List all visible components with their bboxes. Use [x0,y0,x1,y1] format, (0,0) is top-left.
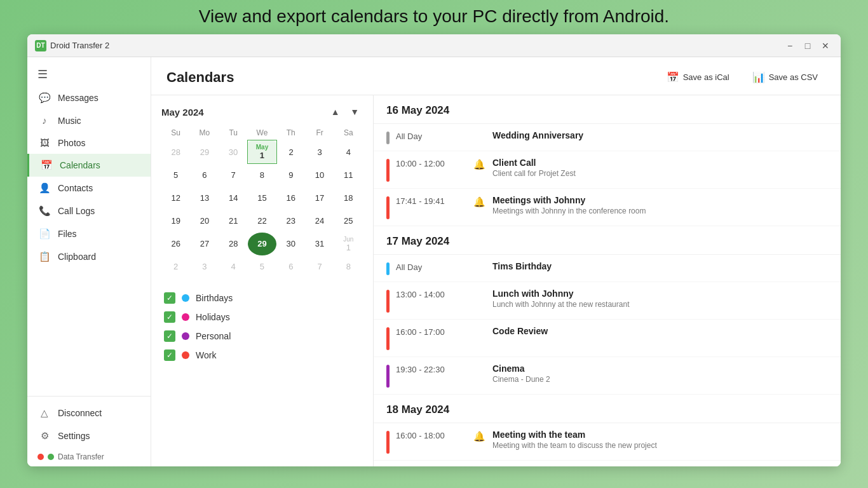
event-title: Meeting with the team [492,430,828,440]
calendar-day-cell[interactable]: 19 [161,210,190,233]
calendar-day-cell[interactable]: 28 [219,233,248,255]
calendar-day-cell[interactable]: 5 [248,255,276,278]
legend-checkbox-birthdays[interactable]: ✓ [164,292,175,304]
calendar-day-cell[interactable]: 7 [305,255,334,278]
calendar-day-cell[interactable]: 2 [161,255,190,278]
calendar-prev-button[interactable]: ▲ [327,105,344,118]
calendar-day-cell[interactable]: 8 [248,164,276,187]
save-csv-button[interactable]: 📊 Save as CSV [745,67,825,87]
event-time: 13:00 - 14:00 [396,288,466,299]
sidebar-item-settings[interactable]: ⚙ Settings [27,424,151,447]
sidebar-item-call-logs[interactable]: 📞 Call Logs [27,200,151,222]
sidebar-icon-messages: 💬 [37,92,51,104]
data-transfer-label: Data Transfer [58,452,104,461]
calendar-day-cell[interactable]: 29 [190,140,219,164]
close-button[interactable]: ✕ [818,38,833,53]
calendar-next-button[interactable]: ▼ [346,105,363,118]
app-logo: DT [35,40,46,51]
calendar-day-cell[interactable]: 26 [161,233,190,255]
calendar-day-cell[interactable]: 23 [276,210,305,233]
calendar-day-cell[interactable]: 10 [305,164,334,187]
calendar-day-cell[interactable]: 30 [276,233,305,255]
calendar-day-cell[interactable]: 30 [219,140,248,164]
sidebar-icon-photos: 🖼 [37,137,51,148]
menu-icon[interactable]: ☰ [27,62,151,86]
event-item: 17:41 - 19:41🔔Meetings with JohnnyMeetin… [374,189,841,226]
event-time: 19:30 - 22:30 [396,363,466,374]
calendar-day-cell[interactable]: 21 [219,210,248,233]
minimize-button[interactable]: − [782,38,797,53]
sidebar-item-files[interactable]: 📄 Files [27,222,151,245]
calendar-day-cell[interactable]: 12 [161,187,190,210]
calendar-day-cell[interactable]: 2 [276,140,305,164]
event-details: CinemaCinema - Dune 2 [492,363,828,384]
calendar-day-cell[interactable]: 17 [305,187,334,210]
main-content: Calendars 📅 Save as iCal 📊 Save as CSV M… [151,57,841,466]
sidebar-item-calendars[interactable]: 📅 Calendars [27,154,151,177]
calendar-day-cell[interactable]: Jun1 [334,233,363,255]
sidebar-icon-calendars: 📅 [39,159,53,171]
sidebar-item-disconnect[interactable]: △ Disconnect [27,402,151,424]
sidebar-item-music[interactable]: ♪ Music [27,109,151,132]
save-ical-button[interactable]: 📅 Save as iCal [659,67,737,87]
calendar-day-cell[interactable]: 11 [334,164,363,187]
calendar-day-cell[interactable]: 25 [334,210,363,233]
calendar-day-cell[interactable]: 31 [305,233,334,255]
app-window: DT Droid Transfer 2 − □ ✕ ☰ 💬 Messages ♪… [27,34,841,466]
calendar-day-cell[interactable]: 5 [161,164,190,187]
maximize-button[interactable]: □ [800,38,815,53]
calendar-day-cell[interactable]: 4 [219,255,248,278]
sidebar-item-clipboard[interactable]: 📋 Clipboard [27,245,151,268]
sidebar-item-contacts[interactable]: 👤 Contacts [27,177,151,200]
sidebar-label-files: Files [58,229,77,239]
calendar-day-cell[interactable]: 14 [219,187,248,210]
sidebar-bottom-nav: △ Disconnect ⚙ Settings [27,402,151,447]
legend-checkbox-work[interactable]: ✓ [164,349,175,361]
legend-label-birthdays: Birthdays [196,293,233,303]
calendar-day-cell[interactable]: 27 [190,233,219,255]
date-heading: 17 May 2024 [374,226,841,255]
calendar-day-cell[interactable]: 13 [190,187,219,210]
legend-item-work: ✓ Work [161,346,363,365]
event-item: 13:00 - 14:00Lunch with JohnnyLunch with… [374,282,841,320]
calendar-day-cell[interactable]: 24 [305,210,334,233]
calendar-day-cell[interactable]: 18 [334,187,363,210]
event-title: Wedding Anniversary [492,130,828,140]
event-item: 16:00 - 17:00Code Review [374,320,841,357]
event-desc: Cinema - Dune 2 [492,375,828,384]
title-bar: DT Droid Transfer 2 − □ ✕ [27,34,841,57]
content-body: May 2024 ▲ ▼ SuMoTuWeThFrSa282930May1234… [151,95,841,466]
cal-header-mo: Mo [190,126,219,140]
sidebar-item-photos[interactable]: 🖼 Photos [27,132,151,154]
calendar-day-cell[interactable]: 3 [190,255,219,278]
calendar-day-cell[interactable]: 22 [248,210,276,233]
sidebar-item-messages[interactable]: 💬 Messages [27,86,151,109]
sidebar-icon-files: 📄 [37,228,51,240]
calendar-day-cell[interactable]: 7 [219,164,248,187]
legend-checkbox-holidays[interactable]: ✓ [164,311,175,323]
calendar-day-cell[interactable]: 16 [276,187,305,210]
sidebar-bottom: △ Disconnect ⚙ Settings Data Transfer [27,396,151,466]
calendar-day-cell[interactable]: 28 [161,140,190,164]
legend-checkbox-personal[interactable]: ✓ [164,330,175,342]
legend-dot-birthdays [182,294,189,302]
event-details: Wedding Anniversary [492,130,828,140]
date-section: 18 May 202416:00 - 18:00🔔Meeting with th… [374,395,841,466]
event-details: Client CallClient call for Projet Zest [492,158,828,178]
calendar-day-cell[interactable]: 29 [248,233,276,255]
calendar-day-cell[interactable]: 6 [190,164,219,187]
event-desc: Meeting with the team to discuss the new… [492,441,828,450]
cal-header-we: We [248,126,276,140]
sidebar-nav: 💬 Messages ♪ Music 🖼 Photos 📅 Calendars … [27,86,151,268]
calendar-day-cell[interactable]: 6 [276,255,305,278]
calendar-day-cell[interactable]: May1 [248,140,276,164]
calendar-day-cell[interactable]: 3 [305,140,334,164]
calendar-day-cell[interactable]: 9 [276,164,305,187]
calendar-day-cell[interactable]: 20 [190,210,219,233]
legend-label-personal: Personal [196,331,231,341]
calendar-day-cell[interactable]: 15 [248,187,276,210]
calendar-day-cell[interactable]: 8 [334,255,363,278]
calendar-day-cell[interactable]: 4 [334,140,363,164]
event-bell-icon [472,326,486,327]
event-title: Client Call [492,158,828,168]
